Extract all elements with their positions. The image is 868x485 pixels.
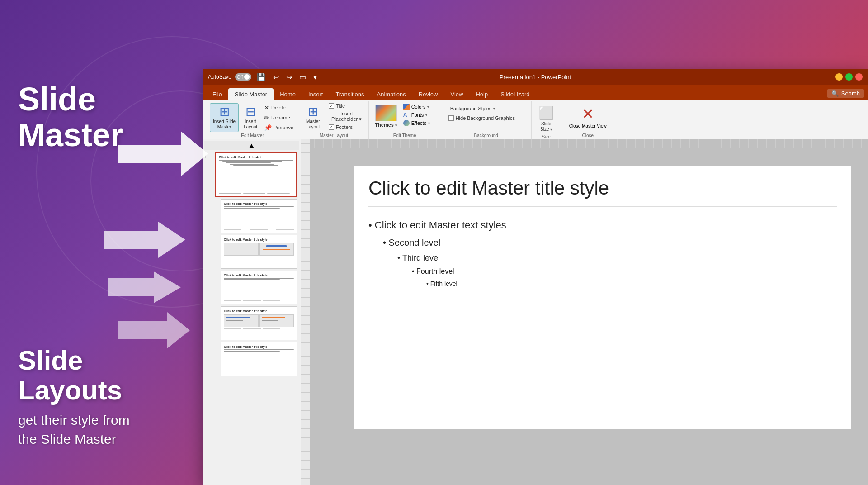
background-styles-button[interactable]: Background Styles ▾ [448,105,515,112]
insert-placeholder-label2: Placeholder ▾ [331,116,362,122]
master-layout-button[interactable]: ⊞ MasterLayout [303,103,323,132]
edit-theme-label: Edit Theme [373,133,437,139]
slide-4-container: Click to edit Master title style [219,271,299,304]
tab-view[interactable]: View [444,88,469,100]
insert-slide-master-button[interactable]: ⊞ Insert SlideMaster [210,103,239,132]
autosave-toggle[interactable]: Off [235,73,251,81]
slide-thumbnail-1[interactable]: Click to edit Master title style [215,152,297,197]
thumb-footer [224,300,294,301]
save-icon[interactable]: 💾 [255,72,268,82]
tab-slidelizard[interactable]: SlideLizard [494,88,536,100]
arrow-2 [104,222,185,258]
themes-button[interactable]: Aa Themes ▾ [373,103,400,129]
edit-master-group: ⊞ Insert SlideMaster ⊟ InsertLayout ✕ De… [206,101,299,139]
insert-layout-button[interactable]: ⊟ InsertLayout [241,103,260,132]
thumb-line [224,351,280,352]
tab-review[interactable]: Review [412,88,444,100]
slide-thumbnail-5[interactable]: Click to edit Master title style [221,306,297,340]
rename-label: Rename [271,115,290,120]
close-button[interactable] [855,73,863,81]
edit-master-content: ⊞ Insert SlideMaster ⊟ InsertLayout ✕ De… [210,103,295,133]
tab-file[interactable]: File [206,88,228,100]
edit-master-label: Edit Master [210,133,295,139]
thumb-footer-line [263,300,280,301]
thumb-footer-line [243,193,266,194]
rename-button[interactable]: ✏ Rename [262,113,295,122]
search-label: Search [841,90,860,97]
scroll-top[interactable]: ▲ [204,141,299,150]
ruler-marks [301,139,310,485]
window-controls [644,73,863,81]
thumb-content-boxes [224,243,294,256]
title-checkbox[interactable]: ✓ [329,103,334,109]
arrow-1 [118,131,208,176]
thumb-footer-line [263,257,280,257]
hide-bg-graphics-checkbox[interactable] [448,115,454,121]
slide-2-title: Click to edit Master title style [224,202,294,205]
thumb-line [226,162,271,163]
body-level-5: • Fifth level [426,278,837,290]
size-content: ⬜ SlideSize ▾ [535,103,557,134]
footers-checkbox[interactable]: ✓ [329,124,334,130]
svg-marker-0 [118,131,208,176]
thumb-footer-line [224,328,241,329]
preserve-button[interactable]: 📌 Preserve [262,123,295,132]
master-layout-checks: ✓ Title Insert Placeholder ▾ ✓ Footers [329,103,365,130]
slide-size-button[interactable]: ⬜ SlideSize ▾ [535,103,557,134]
customize-icon[interactable]: ▾ [311,72,319,82]
colors-button[interactable]: Colors ▾ [401,103,432,110]
thumb-line [224,208,280,209]
tab-transitions[interactable]: Transitions [329,88,370,100]
slide-title[interactable]: Click to edit Master title style [368,177,837,199]
slide-thumbnail-4[interactable]: Click to edit Master title style [221,271,297,304]
fonts-button[interactable]: A Fonts ▾ [401,111,432,119]
slide-panel[interactable]: ▲ 1 Click to edit Master title style [203,139,301,485]
slide-thumbnail-3[interactable]: Click to edit Master title style [221,235,297,269]
edit-theme-group: Aa Themes ▾ Colors ▾ A Fonts ▾ [369,101,441,139]
slide-5-title: Click to edit Master title style [224,309,294,313]
tab-insert[interactable]: Insert [302,88,330,100]
rename-icon: ✏ [264,114,269,121]
slide-layouts-sub: get their style fromthe Slide Master [18,411,185,449]
redo-icon[interactable]: ↪ [284,72,294,82]
minimize-button[interactable] [835,73,843,81]
footers-checkbox-label: Footers [336,124,353,130]
tab-home[interactable]: Home [274,88,302,100]
tab-help[interactable]: Help [469,88,494,100]
slide-6-inner: Click to edit Master title style [221,342,297,376]
slide-2-lines [224,206,294,209]
tab-animations[interactable]: Animations [371,88,412,100]
insert-placeholder-label: Insert [340,111,353,116]
slide-body: • Click to edit Master text styles • Sec… [368,216,837,290]
colors-arrow: ▾ [427,105,429,109]
slide-1-title: Click to edit Master title style [219,156,293,159]
slide-canvas[interactable]: Click to edit Master title style • Click… [354,166,851,429]
slide-thumbnail-6[interactable]: Click to edit Master title style [221,342,297,376]
close-master-view-button[interactable]: ✕ Close Master View [565,103,611,131]
close-master-view-label: Close Master View [569,124,607,129]
search-box[interactable]: 🔍 Search [827,89,864,98]
body-level-4: • Fourth level [412,265,837,278]
background-group: Background Styles ▾ Hide Background Grap… [441,101,532,139]
effects-button[interactable]: Effects ▾ [401,119,432,127]
fonts-arrow: ▾ [425,113,427,117]
footers-checkbox-item: ✓ Footers [329,124,365,130]
canvas-wrapper[interactable]: Click to edit Master title style • Click… [310,148,868,485]
thumb-line [224,279,280,280]
slide-thumbnail-2[interactable]: Click to edit Master title style [221,199,297,233]
thumb-box [224,243,259,256]
insert-layout-icon: ⊟ [245,105,256,118]
present-icon[interactable]: ▭ [297,72,308,82]
arrow-3 [108,271,181,303]
slide-6-title: Click to edit Master title style [224,345,294,348]
thumb-footer-line [250,229,268,230]
tab-slide-master[interactable]: Slide Master [228,88,274,100]
insert-placeholder-button[interactable]: Insert Placeholder ▾ [329,109,365,124]
undo-icon[interactable]: ↩ [271,72,281,82]
thumb-footer-line [243,300,261,301]
autosave-label: AutoSave [208,74,231,80]
slide-6-lines [224,349,294,352]
delete-button[interactable]: ✕ Delete [262,103,295,112]
maximize-button[interactable] [845,73,853,81]
effects-label: Effects [411,120,426,126]
